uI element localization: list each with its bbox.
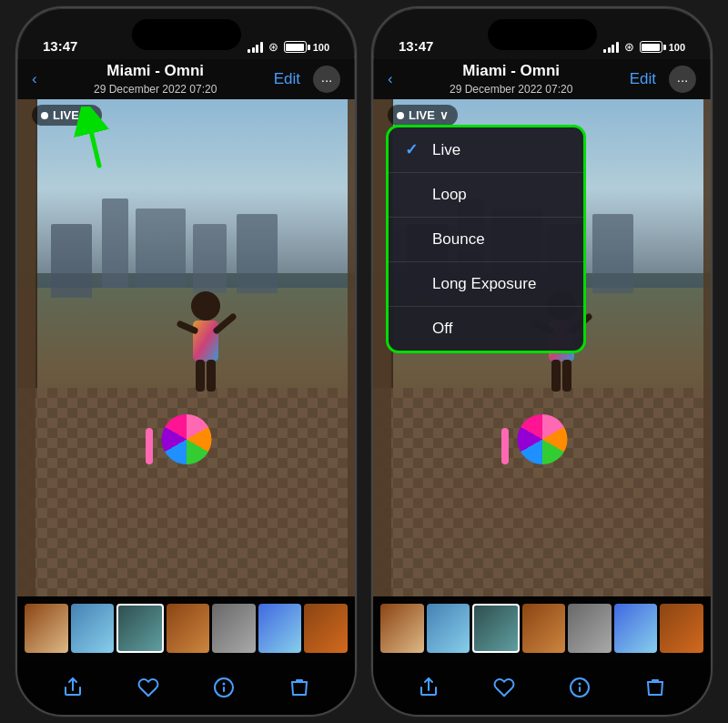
dropdown-item-long-exposure[interactable]: Long Exposure [389,262,583,307]
phone-frame-left: 13:47 ⊛ 100 ‹ [15,6,357,717]
nav-title-right: Miami - Omni [393,62,630,80]
svg-rect-4 [193,321,218,362]
wifi-icon-left: ⊛ [268,40,278,54]
building4-left [193,224,227,293]
wifi-icon-right: ⊛ [624,40,634,54]
thumb-7-left[interactable] [304,604,348,653]
battery-left: 100 [284,41,329,53]
svg-line-5 [180,324,195,331]
svg-rect-7 [196,360,205,392]
share-button-left[interactable] [53,667,93,708]
dynamic-island-left [132,19,241,50]
status-icons-left: ⊛ 100 [248,40,329,54]
more-icon-right: ··· [677,72,689,87]
nav-actions-right: Edit ··· [630,66,696,93]
share-button-right[interactable] [409,667,449,708]
thumb-5-left[interactable] [212,604,256,653]
thumb-strip-left [17,596,355,660]
svg-point-2 [191,291,220,321]
stick-toy-right [501,428,509,464]
thumb-2-right[interactable] [427,604,470,653]
live-button-left[interactable]: LIVE ∨ [32,105,102,126]
left-phone: 13:47 ⊛ 100 ‹ [15,6,357,717]
edit-button-left[interactable]: Edit [274,70,300,88]
live-label-left: LIVE [53,108,79,122]
thumb-1-left[interactable] [25,604,68,653]
right-phone: 13:47 ⊛ 100 ‹ [371,6,713,717]
bottom-toolbar-left [17,660,355,715]
thumb-3-left[interactable] [116,604,164,653]
live-chevron-left: ∨ [84,108,93,122]
dropdown-item-off[interactable]: Off [389,307,583,351]
live-dot-right [397,112,404,119]
pop-toy-left [161,414,211,464]
heart-button-right[interactable] [484,667,524,708]
dropdown-label-off: Off [432,320,452,338]
svg-rect-18 [562,360,571,392]
nav-subtitle-right: 29 December 2022 07:20 [450,83,572,96]
thumb-strip-right [373,596,711,660]
building3-left [136,209,187,288]
thumb-1-right[interactable] [380,604,424,653]
nav-actions-left: Edit ··· [274,66,340,93]
building2-left [102,199,129,288]
signal-icon-right [603,42,619,53]
more-button-right[interactable]: ··· [669,66,696,93]
svg-rect-17 [551,360,561,392]
live-label-right: LIVE [409,108,435,122]
bottom-toolbar-right [373,660,711,715]
live-dot-left [41,112,48,119]
building5-right [592,214,633,293]
svg-rect-8 [207,360,216,392]
nav-title-block-right: Miami - Omni 29 December 2022 07:20 [393,62,630,97]
more-icon-left: ··· [321,72,333,87]
dropdown-label-live: Live [432,141,460,159]
signal-icon-left [248,42,263,53]
thumb-6-right[interactable] [614,604,658,653]
thumb-4-right[interactable] [522,604,566,653]
live-chevron-right: ∨ [440,108,449,122]
nav-subtitle-left: 29 December 2022 07:20 [94,83,217,96]
status-icons-right: ⊛ 100 [603,40,685,54]
nav-title-left: Miami - Omni [37,62,274,80]
live-dropdown: ✓ Live Loop Bounce Long Exposure Off [386,125,586,353]
building1-left [51,224,92,299]
photo-bg-left [17,99,355,596]
nav-bar-left: ‹ Miami - Omni 29 December 2022 07:20 Ed… [17,59,355,99]
thumb-3-right[interactable] [472,604,520,653]
info-button-left[interactable] [204,667,244,708]
phone-frame-right: 13:47 ⊛ 100 ‹ [371,6,713,717]
checkmark-live: ✓ [405,140,423,159]
thumb-5-right[interactable] [568,604,612,653]
nav-bar-right: ‹ Miami - Omni 29 December 2022 07:20 Ed… [373,59,711,99]
more-button-left[interactable]: ··· [313,66,340,93]
edit-button-right[interactable]: Edit [630,70,656,88]
thumb-2-left[interactable] [71,604,115,653]
thumb-4-left[interactable] [167,604,210,653]
building5-left [237,214,278,293]
dropdown-item-bounce[interactable]: Bounce [389,218,583,262]
dropdown-item-live[interactable]: ✓ Live [389,127,583,173]
dropdown-item-loop[interactable]: Loop [389,173,583,218]
thumb-6-left[interactable] [258,604,302,653]
svg-line-6 [217,317,233,331]
stick-toy-left [146,428,153,464]
trash-button-right[interactable] [635,667,675,708]
battery-right: 100 [640,41,685,53]
child-silhouette-left [169,290,242,408]
heart-button-left[interactable] [128,667,168,708]
info-button-right[interactable] [560,667,600,708]
dropdown-label-long-exposure: Long Exposure [432,275,536,293]
trash-button-left[interactable] [279,667,319,708]
pop-toy-right [517,414,567,464]
dynamic-island-right [488,19,597,50]
thumb-7-right[interactable] [660,604,703,653]
nav-title-block-left: Miami - Omni 29 December 2022 07:20 [37,62,274,97]
dropdown-label-bounce: Bounce [432,230,485,249]
live-button-right[interactable]: LIVE ∨ [388,105,458,126]
dropdown-label-loop: Loop [432,186,467,204]
